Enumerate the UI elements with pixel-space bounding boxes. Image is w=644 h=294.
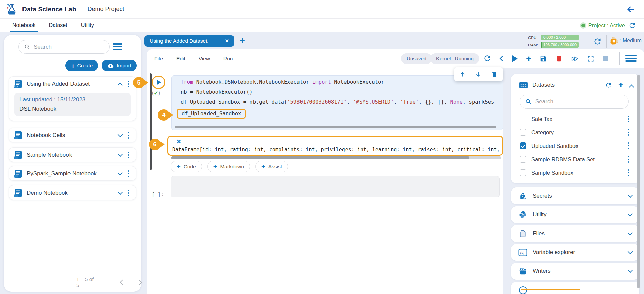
dataset-row-sale-tax: Sale Tax (511, 112, 639, 126)
dataset-checkbox[interactable] (520, 156, 526, 163)
dataset-checkbox-checked[interactable] (520, 142, 526, 149)
menu-run[interactable]: Run (223, 56, 233, 62)
project-status-dot (581, 24, 585, 27)
active-cell-indicator (150, 73, 152, 170)
notebook-menu-icon[interactable] (625, 55, 637, 62)
save-notebook-icon[interactable] (540, 55, 547, 62)
clear-output-close-icon[interactable]: ✕ (176, 138, 181, 145)
move-cell-down-icon[interactable] (475, 71, 482, 78)
toolbar-divider (619, 52, 620, 65)
expand-chevron-down-icon[interactable] (628, 267, 633, 273)
collapse-chevron-up-icon[interactable] (117, 82, 123, 88)
notebook-kebab-menu[interactable] (126, 150, 132, 160)
notebook-kebab-menu[interactable] (126, 169, 132, 179)
right-panel-scrollbar[interactable] (637, 75, 640, 288)
stop-kernel-icon[interactable] (603, 56, 608, 61)
run-cell-play-icon[interactable] (157, 80, 161, 85)
section-writers[interactable]: Writers (511, 263, 639, 280)
cpu-chip-icon (610, 37, 618, 45)
tab-close-icon[interactable]: ✕ (225, 38, 229, 44)
notebook-kebab-menu[interactable] (126, 79, 132, 89)
output-hscrollbar[interactable] (171, 156, 501, 159)
notebook-card-demo-notebook[interactable]: Demo Notebook (9, 185, 136, 200)
notebook-type-text: DSL Notebook (19, 106, 126, 112)
expand-chevron-down-icon[interactable] (117, 151, 123, 157)
sidebar-menu-icon[interactable] (113, 43, 122, 50)
dataset-kebab-menu[interactable] (626, 155, 632, 164)
expand-chevron-down-icon[interactable] (117, 170, 123, 175)
expand-chevron-down-icon[interactable] (628, 230, 633, 235)
create-button[interactable]: + Create (65, 60, 98, 71)
dataset-checkbox[interactable] (520, 169, 526, 176)
dataset-kebab-menu[interactable] (626, 168, 632, 178)
add-assist-button[interactable]: +Assist (255, 161, 288, 172)
delete-cell-trash-icon[interactable] (491, 71, 498, 78)
dataset-kebab-menu[interactable] (626, 141, 632, 151)
new-tab-plus-icon[interactable]: + (240, 36, 245, 46)
datasets-search-input[interactable] (535, 98, 612, 105)
expand-chevron-down-icon[interactable] (628, 192, 633, 198)
cell-actions-popover (454, 67, 503, 81)
notebook-kebab-menu[interactable] (126, 131, 132, 140)
add-cell-plus-icon[interactable]: + (526, 55, 531, 62)
nav-tab-notebook[interactable]: Notebook (10, 19, 38, 32)
add-dataset-plus-icon[interactable]: + (618, 81, 623, 89)
expand-chevron-down-icon[interactable] (628, 211, 633, 216)
kernel-refresh-icon[interactable] (483, 54, 492, 63)
expand-chevron-down-icon[interactable] (117, 132, 123, 137)
section-utility[interactable]: Utility (511, 206, 639, 223)
open-notebook-tab[interactable]: Using the Added Dataset ✕ (144, 35, 234, 47)
notebook-kebab-menu[interactable] (126, 188, 132, 198)
dataset-kebab-menu[interactable] (626, 128, 632, 137)
section-files[interactable]: Files (511, 225, 639, 242)
datasets-refresh-icon[interactable] (605, 82, 612, 89)
cell-execution-gutter: [ ]: (152, 192, 164, 198)
project-name: Demo Project (88, 6, 124, 13)
add-markdown-button[interactable]: +Markdown (207, 161, 250, 172)
delete-trash-icon[interactable] (555, 55, 563, 62)
fullscreen-icon[interactable] (587, 55, 594, 62)
notebook-card-notebook-cells[interactable]: Notebook Cells (9, 128, 136, 142)
save-status-badge: Unsaved (401, 53, 432, 64)
plus-icon: + (71, 62, 75, 69)
menu-view[interactable]: View (199, 56, 210, 62)
resources-refresh-icon[interactable] (593, 37, 602, 46)
pagination-prev-icon[interactable] (120, 280, 125, 285)
pagination-next-icon[interactable] (136, 280, 142, 285)
section-variable-explorer[interactable]: (x) Variable explorer (511, 244, 639, 261)
expand-chevron-down-icon[interactable] (117, 189, 123, 195)
run-cell-play-icon[interactable] (512, 55, 518, 62)
run-all-fast-forward-icon[interactable] (571, 55, 579, 62)
kernel-status-badge: Kernel : Running (430, 53, 479, 64)
code-cell[interactable]: from Notebook.DSNotebook.NotebookExecuto… (171, 75, 503, 130)
section-partial-bottom[interactable] (511, 282, 639, 294)
notebook-card-using-the-added-dataset[interactable]: Using the Added Dataset Last updated : 1… (9, 76, 136, 121)
app-logo-flask-icon (5, 3, 18, 16)
empty-code-cell[interactable] (171, 176, 500, 197)
sidebar-search-input[interactable] (34, 44, 101, 50)
plus-icon: + (213, 163, 217, 170)
import-button[interactable]: Import (102, 60, 137, 71)
code-cell-hscrollbar[interactable] (175, 126, 496, 128)
menu-edit[interactable]: Edit (176, 56, 185, 62)
back-arrow-icon[interactable] (626, 5, 635, 14)
expand-chevron-down-icon[interactable] (628, 249, 633, 254)
dataset-checkbox[interactable] (520, 116, 526, 122)
cpu-usage-pill: 0.000 / 2.000 (541, 35, 579, 40)
add-code-button[interactable]: +Code (171, 161, 202, 172)
collapse-chevron-up-icon[interactable] (629, 84, 634, 90)
notebook-card-sample-notebook[interactable]: Sample Notebook (9, 147, 136, 162)
collapse-left-chevron-icon[interactable] (500, 56, 505, 61)
notebook-toolbar: File Edit View Run Unsaved Kernel : Runn… (147, 49, 644, 68)
section-secrets[interactable]: Secrets (511, 187, 639, 204)
project-refresh-icon[interactable] (628, 22, 636, 29)
nav-tab-dataset[interactable]: Dataset (47, 19, 70, 32)
nav-tab-utility[interactable]: Utility (79, 19, 96, 32)
sidebar-search[interactable] (18, 40, 110, 54)
dataset-checkbox[interactable] (520, 129, 526, 136)
menu-file[interactable]: File (154, 56, 163, 62)
move-cell-up-icon[interactable] (459, 71, 466, 78)
notebook-card-pyspark-sample[interactable]: PySpark_Sample Notebook (9, 166, 136, 181)
datasets-search[interactable] (520, 95, 629, 109)
dataset-kebab-menu[interactable] (626, 114, 632, 124)
